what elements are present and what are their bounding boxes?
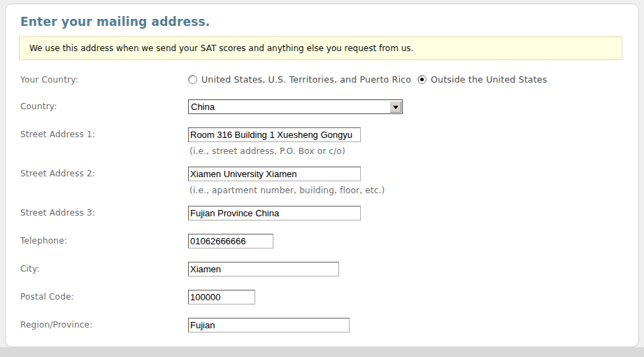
region-province-label: Region/Province: — [20, 318, 188, 346]
street-address-2-input[interactable] — [188, 167, 361, 181]
chevron-down-icon[interactable] — [389, 101, 401, 113]
your-country-label: Your Country: — [20, 73, 188, 99]
radio-us-label: United States, U.S. Territories, and Pue… — [201, 74, 411, 85]
radio-option-us[interactable]: United States, U.S. Territories, and Pue… — [188, 74, 411, 85]
radio-us-territories[interactable] — [188, 75, 197, 84]
street-address-3-label: Street Address 3: — [20, 206, 188, 234]
street-address-2-hint: (i.e., apartment number, building, floor… — [188, 186, 638, 195]
street-address-3-input[interactable] — [188, 206, 361, 220]
country-label: Country: — [20, 99, 188, 127]
mailing-address-form: Your Country: United States, U.S. Territ… — [6, 60, 638, 346]
country-select-value: China — [189, 102, 389, 112]
radio-option-outside-us[interactable]: Outside the United States — [417, 74, 547, 85]
country-select[interactable]: China — [188, 99, 403, 114]
street-address-2-label: Street Address 2: — [20, 167, 188, 206]
street-address-1-label: Street Address 1: — [20, 127, 188, 167]
form-row-city: City: — [6, 262, 638, 290]
form-row-country: Country: China — [6, 99, 638, 127]
region-province-input[interactable] — [188, 318, 350, 332]
notice-bar: We use this address when we send your SA… — [19, 36, 622, 60]
triangle-icon — [393, 106, 399, 109]
telephone-label: Telephone: — [20, 234, 188, 262]
form-row-telephone: Telephone: — [6, 234, 638, 262]
radio-outside-us[interactable] — [417, 75, 427, 84]
page-title: Enter your mailing address. — [20, 15, 638, 29]
city-input[interactable] — [188, 262, 339, 276]
city-label: City: — [20, 262, 188, 290]
form-row-street-address-2: Street Address 2: (i.e., apartment numbe… — [6, 167, 638, 206]
street-address-1-hint: (i.e., street address, P.O. Box or c/o) — [188, 146, 638, 156]
radio-outside-us-label: Outside the United States — [431, 74, 547, 85]
form-row-region-province: Region/Province: — [6, 318, 638, 346]
form-row-street-address-3: Street Address 3: — [6, 206, 638, 234]
street-address-1-input[interactable] — [188, 127, 361, 142]
telephone-input[interactable] — [188, 234, 273, 248]
notice-text: We use this address when we send your SA… — [29, 43, 413, 53]
mailing-address-panel: Enter your mailing address. We use this … — [5, 4, 639, 347]
postal-code-label: Postal Code: — [20, 290, 188, 318]
page-bottom-band — [0, 347, 644, 357]
postal-code-input[interactable] — [188, 290, 255, 304]
form-row-street-address-1: Street Address 1: (i.e., street address,… — [6, 127, 638, 167]
form-row-your-country: Your Country: United States, U.S. Territ… — [6, 73, 638, 99]
radio-dot-icon — [420, 78, 424, 81]
form-row-postal-code: Postal Code: — [6, 290, 638, 318]
